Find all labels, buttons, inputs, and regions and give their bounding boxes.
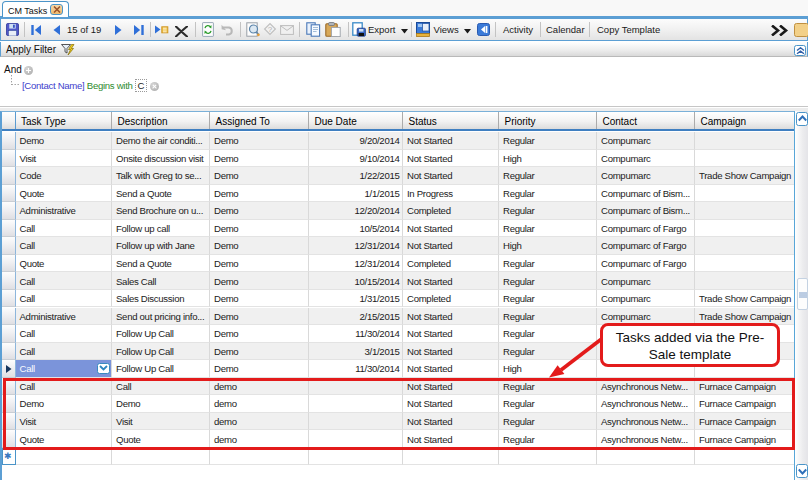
svg-text:?: ?: [268, 25, 273, 34]
